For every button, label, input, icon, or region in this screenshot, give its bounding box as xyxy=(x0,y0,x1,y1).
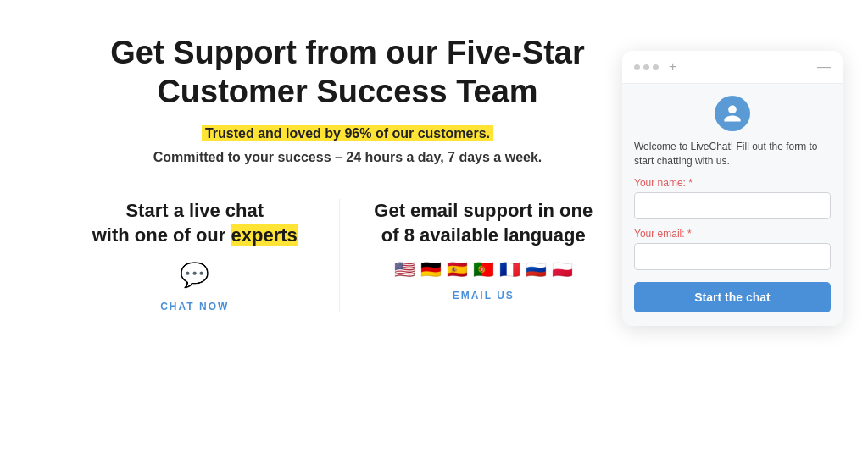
page-wrapper: Get Support from our Five-Star Customer … xyxy=(0,0,868,470)
avatar xyxy=(715,96,750,131)
experts-highlight: experts xyxy=(231,224,297,246)
avatar-wrap xyxy=(634,96,831,131)
widget-topbar: + — xyxy=(622,51,843,84)
chat-now-link[interactable]: CHAT NOW xyxy=(160,301,229,312)
bottom-section: Start a live chat with one of our expert… xyxy=(51,199,627,312)
dot-3 xyxy=(653,64,659,70)
widget-dots xyxy=(634,64,659,70)
flag-ru: 🇷🇺 xyxy=(526,261,547,278)
email-label: Your email: * xyxy=(634,228,831,240)
widget-plus-icon: + xyxy=(669,59,676,75)
flag-pl: 🇵🇱 xyxy=(552,261,573,278)
flag-row: 🇺🇸 🇩🇪 🇪🇸 🇵🇹 🇫🇷 🇷🇺 🇵🇱 xyxy=(394,261,573,278)
committed-text: Committed to your success – 24 hours a d… xyxy=(51,150,644,165)
chat-title-line2-before: with one of our xyxy=(92,224,231,246)
email-column-title: Get email support in one of 8 available … xyxy=(374,199,593,247)
flag-pt: 🇵🇹 xyxy=(473,261,494,278)
flag-de: 🇩🇪 xyxy=(420,261,442,278)
page-title: Get Support from our Five-Star Customer … xyxy=(51,34,644,111)
email-column: Get email support in one of 8 available … xyxy=(339,199,628,312)
email-input[interactable] xyxy=(634,243,831,270)
name-input[interactable] xyxy=(634,192,831,219)
trusted-highlight: Trusted and loved by 96% of our customer… xyxy=(202,125,493,141)
flag-us: 🇺🇸 xyxy=(394,261,415,278)
left-content: Get Support from our Five-Star Customer … xyxy=(51,34,644,312)
start-chat-button[interactable]: Start the chat xyxy=(634,282,831,312)
person-icon xyxy=(722,103,743,124)
chat-bubble-icon: 💬 xyxy=(180,261,209,289)
chat-column-title: Start a live chat with one of our expert… xyxy=(92,199,298,247)
flag-es: 🇪🇸 xyxy=(447,261,468,278)
chat-column: Start a live chat with one of our expert… xyxy=(51,199,339,312)
subtitle-wrapper: Trusted and loved by 96% of our customer… xyxy=(51,126,644,141)
email-title-line2: of 8 available language xyxy=(381,224,586,246)
chat-widget: + — Welcome to LiveChat! Fill out the fo… xyxy=(622,51,843,326)
flag-fr: 🇫🇷 xyxy=(499,261,520,278)
chat-title-line1: Start a live chat xyxy=(125,200,264,221)
email-title-line1: Get email support in one xyxy=(374,200,593,221)
widget-welcome-text: Welcome to LiveChat! Fill out the form t… xyxy=(634,140,831,169)
widget-body: Welcome to LiveChat! Fill out the form t… xyxy=(622,84,843,326)
dot-2 xyxy=(643,64,649,70)
dot-1 xyxy=(634,64,640,70)
name-required: * xyxy=(688,177,693,189)
name-label: Your name: * xyxy=(634,177,831,189)
widget-minus-icon: — xyxy=(817,59,831,75)
title-line1: Get Support from our Five-Star xyxy=(110,35,584,70)
email-us-link[interactable]: EMAIL US xyxy=(453,290,515,301)
email-required: * xyxy=(687,228,692,240)
title-line2: Customer Success Team xyxy=(157,74,537,109)
